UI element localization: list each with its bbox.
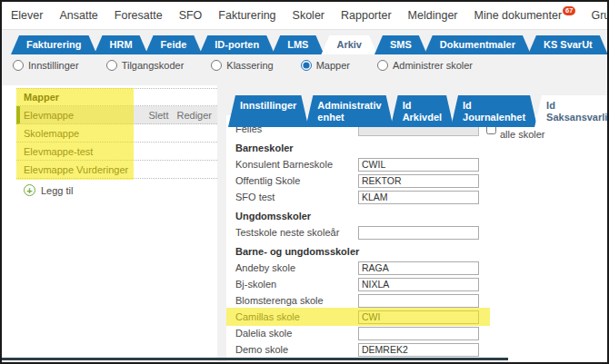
settings-band: Fakturering HRM Feide ID-porten LMS Arki…: [2, 30, 607, 85]
field-label: Demo skole: [235, 344, 358, 355]
menu-item-meldinger[interactable]: Meldinger: [404, 9, 462, 22]
demo-skole-input[interactable]: [358, 343, 479, 357]
field-label: Bj-skolen: [235, 279, 358, 290]
radio-administrer-skoler-input[interactable]: [377, 60, 388, 71]
tab-feide[interactable]: Feide: [145, 35, 203, 54]
field-row-bj-skolen: Bj-skolen: [235, 276, 607, 292]
field-row-offentlig-skole: Offentlig Skole: [235, 172, 607, 189]
dalelia-skole-input[interactable]: [358, 327, 479, 340]
folder-list-title: Mapper: [24, 92, 59, 103]
radio-label: Klassering: [226, 60, 273, 71]
menu-item-foresatte[interactable]: Foresatte: [111, 9, 166, 22]
panel-divider: [217, 85, 226, 362]
camillas-skole-input[interactable]: [358, 310, 479, 324]
menu-item-mine-dokumenter[interactable]: Mine dokumenter67: [471, 9, 579, 22]
field-label: Andeby skole: [235, 262, 358, 273]
field-row-konsulent-barneskole: Konsulent Barneskole: [235, 156, 607, 172]
folder-label: Elevmappe: [24, 110, 74, 121]
menu-item-skoler[interactable]: Skoler: [289, 9, 328, 22]
radio-innstillinger[interactable]: Innstillinger: [13, 60, 79, 71]
folder-label: Elevmappe-test: [24, 146, 93, 157]
radio-label: Administrer skoler: [393, 60, 473, 71]
radio-tilgangskoder-input[interactable]: [106, 60, 117, 71]
view-option-group: Innstillinger Tilgangskoder Klassering M…: [13, 60, 473, 71]
detail-tab-bar: Innstillinger Administrativ enhet Id Ark…: [228, 95, 609, 127]
tab-hrm[interactable]: HRM: [95, 35, 148, 54]
folder-row-elevmappe-vurderinger[interactable]: Elevmappe Vurderinger: [16, 161, 217, 179]
bj-skolen-input[interactable]: [358, 278, 479, 291]
edit-link[interactable]: Rediger: [176, 110, 212, 121]
folder-row-elevmappe-test[interactable]: Elevmappe-test: [16, 143, 217, 161]
detail-tab-administrativ-enhet[interactable]: Administrativ enhet: [305, 95, 393, 127]
field-row-camillas-skole: Camillas skole: [235, 309, 607, 325]
field-label: Blomsterenga skole: [235, 295, 358, 306]
menu-item-rapporter[interactable]: Rapporter: [337, 9, 395, 22]
field-label: Dalelia skole: [235, 328, 358, 339]
blomsterenga-skole-input[interactable]: [358, 294, 479, 308]
field-label: Camillas skole: [235, 311, 358, 322]
plus-icon: +: [24, 184, 35, 196]
detail-form: Felles Sett som standard for alle skoler…: [226, 115, 607, 362]
menu-item-ansatte[interactable]: Ansatte: [55, 9, 101, 22]
andeby-skole-input[interactable]: [358, 261, 479, 275]
add-folder-label: Legg til: [41, 185, 73, 196]
field-row-andeby-skole: Andeby skole: [235, 260, 607, 276]
detail-tab-id-saksansvarlig[interactable]: Id Saksansvarlig: [534, 95, 609, 127]
detail-tab-innstillinger[interactable]: Innstillinger: [228, 95, 308, 127]
tab-id-porten[interactable]: ID-porten: [199, 35, 275, 54]
notification-badge: 67: [563, 6, 575, 15]
radio-mapper[interactable]: Mapper: [301, 60, 350, 71]
section-title-ungdomsskoler: Ungdomsskoler: [235, 208, 607, 224]
detail-tab-id-journalenhet[interactable]: Id Journalenhet: [451, 95, 537, 127]
radio-innstillinger-input[interactable]: [13, 60, 24, 71]
folder-row-elevmappe[interactable]: Elevmappe Slett Rediger: [16, 106, 217, 124]
app-window: Elever Ansatte Foresatte SFO Fakturering…: [0, 0, 609, 364]
radio-administrer-skoler[interactable]: Administrer skoler: [377, 60, 473, 71]
window-bottom-edge: [2, 358, 508, 360]
field-row-testskole: Testskole neste skoleår: [235, 224, 607, 241]
delete-link[interactable]: Slett: [148, 110, 168, 121]
section-title-barneskoler: Barneskoler: [235, 140, 607, 156]
field-label: SFO test: [235, 192, 358, 202]
radio-label: Mapper: [316, 60, 350, 71]
menu-item-label: Mine dokumenter: [474, 9, 563, 22]
menu-item-elever[interactable]: Elever: [7, 9, 46, 22]
field-row-demo-skole: Demo skole: [235, 341, 607, 358]
folder-list: Mapper Elevmappe Slett Rediger Skolemapp…: [16, 88, 217, 196]
tab-ks-svarut[interactable]: KS SvarUt: [528, 35, 608, 54]
tab-sms[interactable]: SMS: [374, 35, 427, 54]
field-row-sfo-test: SFO test: [235, 189, 607, 205]
field-row-dalelia-skole: Dalelia skole: [235, 325, 607, 341]
tab-lms[interactable]: LMS: [272, 35, 324, 54]
radio-label: Innstillinger: [28, 60, 79, 71]
folder-label: Elevmappe Vurderinger: [24, 164, 128, 175]
add-folder-button[interactable]: + Legg til: [16, 184, 217, 196]
menu-item-fakturering[interactable]: Fakturering: [215, 9, 279, 22]
offentlig-skole-input[interactable]: [358, 174, 479, 188]
konsulent-barneskole-input[interactable]: [358, 158, 479, 172]
radio-mapper-input[interactable]: [301, 60, 312, 71]
menu-item-grunndata[interactable]: Grunndata: [587, 9, 607, 22]
folder-actions: Slett Rediger: [148, 110, 217, 121]
sfo-test-input[interactable]: [358, 191, 479, 204]
radio-klassering[interactable]: Klassering: [211, 60, 273, 71]
tab-fakturering[interactable]: Fakturering: [11, 35, 97, 54]
radio-klassering-input[interactable]: [211, 60, 222, 71]
main-content: Mapper Elevmappe Slett Rediger Skolemapp…: [2, 85, 607, 362]
field-label: Testskole neste skoleår: [235, 227, 358, 238]
top-menu: Elever Ansatte Foresatte SFO Fakturering…: [2, 2, 607, 30]
menu-item-sfo[interactable]: SFO: [175, 9, 206, 22]
folder-row-skolemappe[interactable]: Skolemappe: [16, 124, 217, 143]
tab-dokumentmaler[interactable]: Dokumentmaler: [424, 35, 531, 54]
radio-label: Tilgangskoder: [122, 60, 185, 71]
detail-tab-id-arkivdel[interactable]: Id Arkivdel: [391, 95, 454, 127]
tab-arkiv[interactable]: Arkiv: [321, 35, 377, 54]
settings-tab-bar: Fakturering HRM Feide ID-porten LMS Arki…: [11, 35, 605, 54]
section-title-barne-og-ungdomsskoler: Barne- og ungdomsskoler: [235, 243, 607, 260]
field-row-blomsterenga-skole: Blomsterenga skole: [235, 292, 607, 309]
folder-list-header: Mapper: [16, 88, 217, 106]
radio-tilgangskoder[interactable]: Tilgangskoder: [106, 60, 185, 71]
testskole-input[interactable]: [358, 226, 479, 240]
field-label: Konsulent Barneskole: [235, 159, 358, 170]
field-label: Offentlig Skole: [235, 175, 358, 186]
